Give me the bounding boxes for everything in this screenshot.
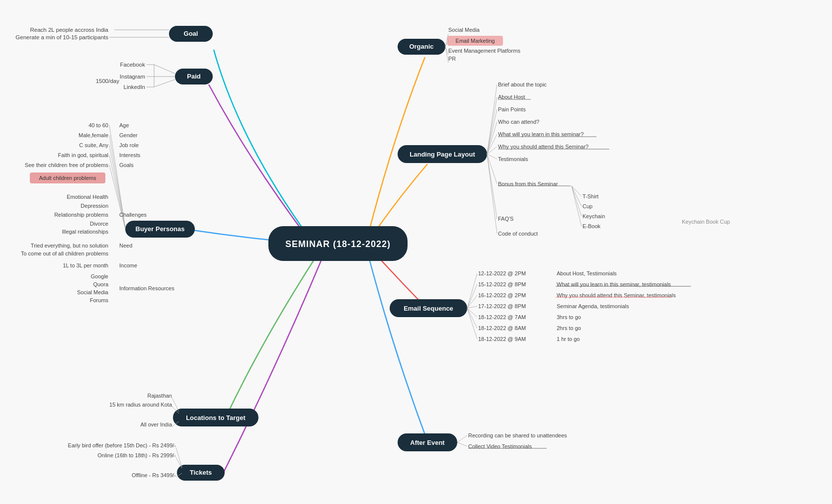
lp-about-host: About Host <box>498 94 525 100</box>
org-pr: PR <box>448 56 456 62</box>
bp-job-val: C suite, Any <box>79 142 108 148</box>
bp-income-lbl: Income <box>119 262 137 268</box>
lp-bonus-keychain: Keychain <box>582 213 605 219</box>
org-social: Social Media <box>448 27 480 33</box>
es-date4: 17-12-2022 @ 8PM <box>478 303 526 309</box>
svg-line-41 <box>487 154 497 219</box>
bp-gender-lbl: Gender <box>119 132 138 138</box>
goal-item2: Generate a min of 10-15 participants <box>15 34 108 40</box>
svg-line-46 <box>572 186 582 226</box>
es-date3: 16-12-2022 @ 2PM <box>478 292 526 298</box>
es-content6: 2hrs to go <box>557 325 581 331</box>
svg-line-6 <box>154 80 175 87</box>
email-seq-label: Email Sequence <box>404 305 453 312</box>
lp-pain: Pain Points <box>498 106 526 112</box>
org-email: Email Marketing <box>456 38 495 44</box>
lp-bonus-tshirt: T-Shirt <box>582 193 598 199</box>
lp-why: Why you should attend this Seminar? <box>498 144 588 150</box>
ae-recording: Recording can be shared to unattendees <box>468 432 567 438</box>
bp-need2: To come out of all children problems <box>21 251 109 256</box>
buyer-personas-label: Buyer Personas <box>136 225 185 233</box>
es-date2: 15-12-2022 @ 8PM <box>478 281 526 287</box>
es-content5: 3hrs to go <box>557 314 581 320</box>
goal-item1: Reach 2L people accross India <box>30 27 109 33</box>
es-date5: 18-12-2022 @ 7AM <box>478 314 526 320</box>
svg-line-57 <box>467 308 477 328</box>
paid-instagram: Instagram <box>120 74 145 80</box>
organic-label: Organic <box>409 43 433 50</box>
center-label: SEMINAR (18-12-2022) <box>285 239 391 249</box>
es-date7: 18-12-2022 @ 9AM <box>478 336 526 342</box>
goal-label: Goal <box>184 30 198 37</box>
lp-bonus-cup: Cup <box>582 203 592 209</box>
lp-faqs: FAQ'S <box>498 216 513 222</box>
es-content7: 1 hr to go <box>557 336 580 342</box>
svg-line-63 <box>457 442 467 446</box>
svg-line-42 <box>487 154 497 234</box>
lp-brief: Brief about the topic <box>498 82 547 87</box>
after-event-label: After Event <box>410 439 445 446</box>
paid-label: Paid <box>187 73 201 80</box>
bp-need1: Tried everything, but no solution <box>31 243 108 249</box>
ticket3: Offline - Rs 3499/- <box>132 472 176 478</box>
org-event: Event Management Platforms <box>448 48 520 54</box>
lp-conduct: Code of conduct <box>498 231 538 237</box>
es-date1: 12-12-2022 @ 2PM <box>478 270 526 276</box>
svg-line-16 <box>109 165 125 229</box>
svg-line-62 <box>457 435 467 442</box>
svg-line-24 <box>176 457 182 468</box>
bp-info4: Forums <box>90 297 109 303</box>
es-content1: About Host, Testimonials <box>557 270 617 276</box>
bp-illegal: Illegal relationships <box>62 229 108 235</box>
bp-goals-lbl: Goals <box>119 162 134 168</box>
bp-divorce: Divorce <box>90 221 108 227</box>
svg-line-35 <box>487 109 497 154</box>
bp-age-val: 40 to 60 <box>88 122 108 128</box>
paid-facebook: Facebook <box>120 62 145 68</box>
bp-info1: Google <box>91 273 108 279</box>
bp-gender-val: Male,female <box>79 132 108 138</box>
svg-line-45 <box>572 186 582 216</box>
paid-linkedin: LinkedIn <box>124 84 145 90</box>
bp-relationship: Relationship problems <box>54 212 108 218</box>
loc-india: All over India <box>140 421 172 427</box>
svg-line-34 <box>487 97 497 154</box>
bp-income-val: 1L to 3L per month <box>63 262 108 268</box>
landing-page-label: Landing Page Layout <box>410 151 475 158</box>
lp-bonus-ebook: E-Book <box>582 223 601 229</box>
bp-depression: Depression <box>81 203 108 209</box>
bp-need-lbl: Need <box>119 243 132 249</box>
ticket1: Early bird offer (before 15th Dec) - Rs … <box>68 442 176 448</box>
es-date6: 18-12-2022 @ 8AM <box>478 325 526 331</box>
svg-line-23 <box>176 447 182 467</box>
svg-line-33 <box>487 84 497 154</box>
bp-age-lbl: Age <box>119 122 129 128</box>
tickets-label: Tickets <box>190 469 212 476</box>
lp-what: What will you learn in this seminar? <box>498 131 583 137</box>
bp-info2: Quora <box>93 281 108 287</box>
lp-who: Who can attend? <box>498 119 539 125</box>
bp-interests-lbl: Interests <box>119 152 141 158</box>
paid-budget: 1500/day <box>96 78 120 84</box>
bp-job-lbl: Job role <box>119 142 139 148</box>
bp-info-lbl: Information Resources <box>119 285 174 291</box>
loc-rajasthan: Rajasthan <box>147 393 172 399</box>
ticket2: Online (16th to 18th) - Rs 2999/- <box>97 452 176 458</box>
svg-line-40 <box>487 154 497 184</box>
svg-line-52 <box>467 273 477 308</box>
svg-line-53 <box>467 284 477 308</box>
loc-kota: 15 km radius around Kota <box>109 402 172 408</box>
bp-emotional: Emotional Health <box>67 194 108 200</box>
locations-label: Locations to Target <box>186 414 246 421</box>
svg-line-19 <box>172 398 179 412</box>
lp-testimonials: Testimonials <box>498 156 528 162</box>
svg-line-44 <box>572 186 582 206</box>
svg-line-54 <box>467 295 477 308</box>
bp-goals-val: See their children free of problems <box>25 162 109 168</box>
bp-adult-children: Adult children problems <box>39 175 96 181</box>
es-content4: Seminar Agenda, testimonials <box>557 303 629 309</box>
bp-info3: Social Media <box>77 289 109 295</box>
lp-bonus-group: Keychain Book Cup <box>682 219 730 225</box>
bp-interests-val: Faith in god, spiritual <box>58 152 109 158</box>
bp-challenges-lbl: Challenges <box>119 212 147 218</box>
